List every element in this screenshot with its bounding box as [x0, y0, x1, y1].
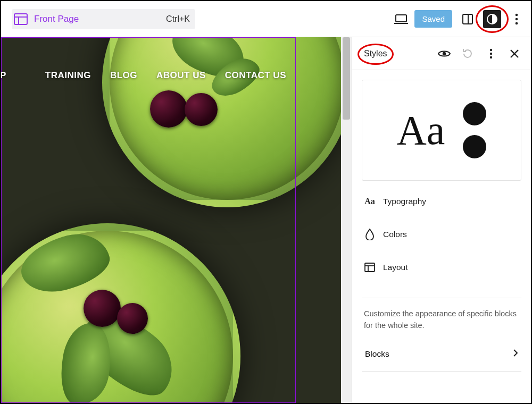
styles-item-colors[interactable]: Colors — [362, 222, 521, 247]
blueberry — [84, 290, 121, 327]
styles-item-typography[interactable]: Aa Typography — [362, 189, 521, 214]
color-swatch — [463, 135, 486, 158]
style-book-icon[interactable] — [435, 45, 453, 63]
sidebar-body: Aa Aa Typography Colors — [352, 70, 531, 403]
editor-canvas-wrap: P TRAINING BLOG ABOUT US CONTACT US — [1, 37, 352, 403]
nav-item-blog[interactable]: BLOG — [110, 70, 137, 81]
nav-item-training[interactable]: TRAINING — [45, 70, 91, 81]
svg-point-12 — [490, 48, 492, 50]
color-swatches — [463, 102, 486, 158]
svg-rect-17 — [365, 263, 375, 272]
svg-point-11 — [443, 52, 446, 55]
sidebar-title: Styles — [364, 49, 387, 58]
styles-sidebar: Styles — [352, 37, 531, 403]
close-sidebar-icon[interactable] — [505, 45, 523, 63]
styles-item-label: Typography — [383, 197, 426, 206]
blocks-description: Customize the appearance of specific blo… — [364, 308, 519, 332]
document-switcher[interactable]: Front Page Ctrl+K — [12, 9, 195, 29]
shortcut-hint: Ctrl+K — [166, 14, 190, 24]
canvas-scrollbar[interactable] — [341, 37, 352, 403]
style-preview-card[interactable]: Aa — [362, 80, 521, 181]
blocks-label: Blocks — [365, 349, 389, 359]
svg-point-8 — [516, 13, 518, 16]
blocks-navigate[interactable]: Blocks — [364, 340, 519, 369]
styles-item-label: Colors — [383, 230, 407, 239]
blueberry — [117, 303, 148, 334]
revisions-icon[interactable] — [459, 45, 477, 63]
svg-point-9 — [516, 18, 518, 20]
colors-icon — [364, 229, 376, 240]
svg-point-10 — [516, 22, 518, 24]
color-swatch — [463, 102, 486, 125]
svg-rect-0 — [14, 14, 27, 24]
nav-item-fragment[interactable]: P — [1, 70, 6, 81]
styles-toggle-button[interactable] — [483, 10, 501, 28]
site-nav: P TRAINING BLOG ABOUT US CONTACT US — [1, 70, 296, 81]
blocks-panel: Customize the appearance of specific blo… — [362, 298, 521, 372]
blueberry — [185, 93, 218, 126]
editor-topbar: Front Page Ctrl+K Saved — [1, 1, 531, 37]
sidebar-header: Styles — [352, 37, 531, 70]
layout-icon — [364, 262, 376, 273]
svg-point-13 — [490, 52, 492, 54]
typography-icon: Aa — [364, 196, 376, 207]
nav-item-contact[interactable]: CONTACT US — [225, 70, 286, 81]
sidebar-more-icon[interactable] — [482, 45, 500, 63]
save-button[interactable]: Saved — [414, 10, 452, 28]
template-icon — [14, 13, 29, 25]
editor-main: P TRAINING BLOG ABOUT US CONTACT US Styl… — [1, 37, 531, 403]
scrollbar-thumb[interactable] — [343, 37, 350, 120]
svg-point-14 — [490, 56, 492, 58]
device-preview-icon[interactable] — [394, 14, 408, 24]
typography-sample: Aa — [397, 106, 445, 154]
nav-item-about[interactable]: ABOUT US — [156, 70, 206, 81]
styles-item-label: Layout — [383, 263, 408, 272]
settings-panel-toggle[interactable] — [459, 10, 477, 28]
topbar-actions: Saved — [394, 10, 526, 28]
styles-item-layout[interactable]: Layout — [362, 255, 521, 280]
blueberry — [150, 90, 187, 128]
chevron-right-icon — [513, 349, 518, 359]
more-options-button[interactable] — [508, 10, 526, 28]
svg-rect-3 — [396, 15, 406, 22]
page-title: Front Page — [34, 14, 79, 24]
editor-canvas[interactable]: P TRAINING BLOG ABOUT US CONTACT US — [1, 37, 342, 403]
